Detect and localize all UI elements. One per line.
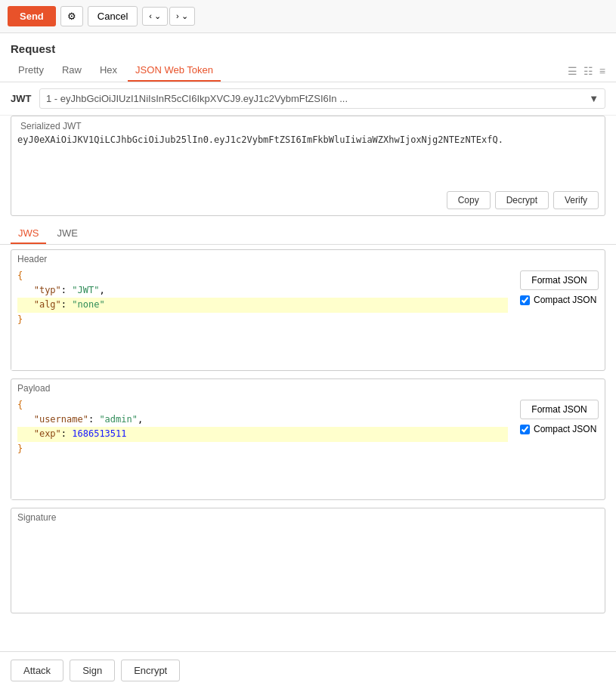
header-panel-sidebar: Format JSON Compact JSON xyxy=(514,264,605,370)
signature-panel: Signature xyxy=(11,508,605,613)
header-line-2: "alg": "none" xyxy=(17,298,508,312)
payload-compact-json-label: Compact JSON xyxy=(534,424,596,434)
payload-line-1: "username": "admin", xyxy=(17,412,508,427)
header-code-area[interactable]: { "typ": "JWT", "alg": "none" } xyxy=(11,264,514,370)
tab-jws[interactable]: JWS xyxy=(11,224,46,244)
header-line-3: } xyxy=(17,313,508,327)
tab-raw[interactable]: Raw xyxy=(54,60,89,82)
payload-compact-json-checkbox[interactable] xyxy=(520,425,530,434)
toolbar: Send ⚙ Cancel ‹ ⌄ › ⌄ xyxy=(0,0,616,33)
header-compact-json-row: Compact JSON xyxy=(520,295,599,305)
request-title: Request xyxy=(0,33,616,55)
jwt-selected-value: 1 - eyJhbGciOiJIUzI1NiIsInR5cCI6IkpXVCJ9… xyxy=(46,93,348,104)
payload-compact-json-row: Compact JSON xyxy=(520,424,599,434)
tab-icons: ☰ ☷ ≡ xyxy=(568,65,605,77)
table-icon[interactable]: ☰ xyxy=(568,65,577,77)
payload-panel-content: { "username": "admin", "exp": 1686513511… xyxy=(11,394,605,499)
jws-tabs: JWS JWE xyxy=(0,224,616,245)
payload-panel-sidebar: Format JSON Compact JSON xyxy=(514,394,605,499)
header-line-0: { xyxy=(17,269,508,283)
action-row: Copy Decrypt Verify xyxy=(11,187,605,215)
info-icon[interactable]: ☷ xyxy=(583,65,593,77)
gear-button[interactable]: ⚙ xyxy=(60,6,83,26)
tabs-row: Pretty Raw Hex JSON Web Token ☰ ☷ ≡ xyxy=(0,60,616,82)
payload-panel: Payload { "username": "admin", "exp": 16… xyxy=(11,378,605,500)
serialized-jwt-box: Serialized JWT eyJ0eXAiOiJKV1QiLCJhbGciO… xyxy=(11,116,605,216)
header-panel-content: { "typ": "JWT", "alg": "none" } Format J… xyxy=(11,264,605,370)
attack-button[interactable]: Attack xyxy=(11,660,63,681)
jwt-select[interactable]: 1 - eyJhbGciOiJIUzI1NiIsInR5cCI6IkpXVCJ9… xyxy=(39,88,605,109)
payload-line-3: } xyxy=(17,442,508,456)
verify-button[interactable]: Verify xyxy=(553,191,599,209)
header-panel: Header { "typ": "JWT", "alg": "none" } F… xyxy=(11,249,605,371)
header-compact-json-checkbox[interactable] xyxy=(520,295,530,305)
payload-line-2: "exp": 1686513511 xyxy=(17,427,508,441)
decrypt-button[interactable]: Decrypt xyxy=(495,191,549,209)
nav-arrows: ‹ ⌄ › ⌄ xyxy=(142,7,194,26)
sign-button[interactable]: Sign xyxy=(70,660,115,681)
signature-legend: Signature xyxy=(11,508,605,523)
chevron-down-icon: ▼ xyxy=(589,93,599,104)
header-legend: Header xyxy=(11,250,605,264)
copy-button[interactable]: Copy xyxy=(447,191,491,209)
encrypt-button[interactable]: Encrypt xyxy=(121,660,180,681)
serialized-jwt-textarea[interactable]: eyJ0eXAiOiJKV1QiLCJhbGciOiJub25lIn0.eyJ1… xyxy=(11,131,605,184)
serialized-jwt-legend: Serialized JWT xyxy=(16,121,605,131)
payload-line-0: { xyxy=(17,398,508,412)
next-button[interactable]: › ⌄ xyxy=(169,7,195,26)
header-line-1: "typ": "JWT", xyxy=(17,283,508,298)
main-content: Request Pretty Raw Hex JSON Web Token ☰ … xyxy=(0,33,616,688)
bottom-bar: Attack Sign Encrypt xyxy=(0,651,616,689)
tab-json-web-token[interactable]: JSON Web Token xyxy=(128,60,221,82)
jwt-label: JWT xyxy=(11,93,33,104)
payload-format-json-button[interactable]: Format JSON xyxy=(520,400,599,419)
header-format-json-button[interactable]: Format JSON xyxy=(520,270,599,290)
menu-icon[interactable]: ≡ xyxy=(599,65,605,77)
send-button[interactable]: Send xyxy=(8,6,56,26)
tab-jwe[interactable]: JWE xyxy=(49,224,85,244)
tab-hex[interactable]: Hex xyxy=(92,60,125,82)
jwt-row: JWT 1 - eyJhbGciOiJIUzI1NiIsInR5cCI6IkpX… xyxy=(0,82,616,116)
cancel-button[interactable]: Cancel xyxy=(88,6,138,26)
payload-legend: Payload xyxy=(11,379,605,394)
payload-code-area[interactable]: { "username": "admin", "exp": 1686513511… xyxy=(11,394,514,499)
prev-button[interactable]: ‹ ⌄ xyxy=(142,7,168,26)
header-compact-json-label: Compact JSON xyxy=(534,295,596,305)
tab-pretty[interactable]: Pretty xyxy=(11,60,51,82)
